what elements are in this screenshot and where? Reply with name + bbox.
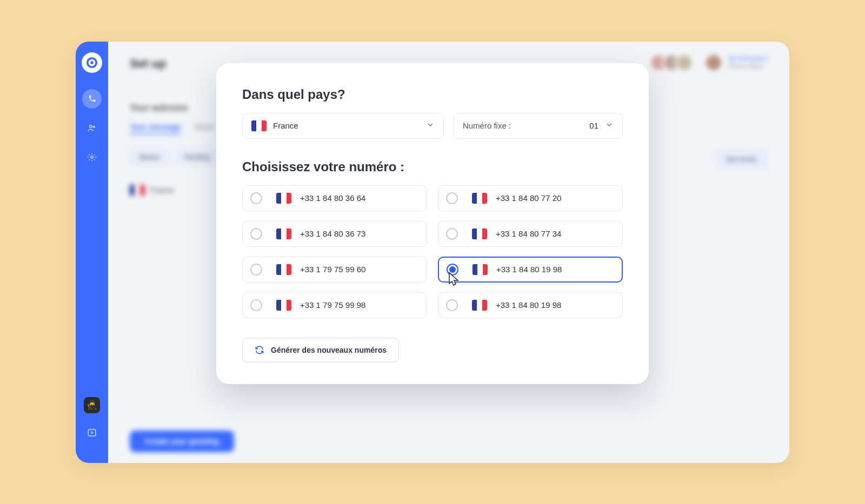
radio-icon	[446, 228, 458, 240]
radio-icon	[446, 299, 458, 311]
number-text: +33 1 84 80 36 73	[300, 229, 365, 238]
radio-icon	[446, 192, 458, 204]
numbers-grid: +33 1 84 80 36 64+33 1 84 80 77 20+33 1 …	[242, 185, 623, 318]
number-text: +33 1 84 80 77 20	[496, 193, 561, 203]
radio-icon	[250, 299, 262, 311]
france-flag-icon	[276, 193, 291, 204]
number-text: +33 1 84 80 36 64	[300, 193, 365, 203]
number-text: +33 1 84 80 19 98	[496, 265, 562, 274]
number-option[interactable]: +33 1 84 80 36 73	[242, 221, 427, 247]
app-window: 🥷 Set up My Workspace Phone Setup Your w…	[76, 42, 789, 463]
modal-overlay: Dans quel pays? France Numéro fixe : 01	[76, 42, 789, 463]
number-option[interactable]: +33 1 84 80 36 64	[242, 185, 427, 211]
france-flag-icon	[472, 300, 487, 311]
france-flag-icon	[472, 193, 487, 204]
number-selection-modal: Dans quel pays? France Numéro fixe : 01	[216, 63, 649, 384]
country-select[interactable]: France	[242, 113, 444, 139]
radio-icon	[250, 264, 262, 275]
regenerate-button[interactable]: Générer des nouveaux numéros	[242, 338, 399, 362]
refresh-icon	[255, 345, 264, 355]
number-option[interactable]: +33 1 79 75 99 60	[242, 257, 427, 283]
number-option[interactable]: +33 1 84 80 77 34	[438, 221, 623, 247]
country-value: France	[273, 121, 298, 130]
france-flag-icon	[472, 229, 487, 239]
chevron-down-icon	[426, 120, 435, 131]
number-type-value: 01	[589, 121, 598, 130]
radio-icon	[250, 228, 262, 240]
radio-icon	[447, 264, 458, 275]
country-heading: Dans quel pays?	[242, 87, 623, 102]
france-flag-icon	[276, 300, 291, 311]
france-flag-icon	[276, 264, 291, 275]
number-option[interactable]: +33 1 84 80 77 20	[438, 185, 623, 211]
france-flag-icon	[251, 120, 267, 131]
number-type-select[interactable]: Numéro fixe : 01	[454, 113, 623, 139]
number-text: +33 1 79 75 99 60	[300, 265, 365, 274]
number-option[interactable]: +33 1 79 75 99 98	[242, 292, 427, 318]
number-text: +33 1 84 80 77 34	[496, 229, 561, 238]
number-text: +33 1 84 80 19 98	[496, 300, 561, 310]
number-text: +33 1 79 75 99 98	[300, 300, 365, 310]
choose-heading: Choisissez votre numéro :	[242, 159, 623, 174]
number-option[interactable]: +33 1 84 80 19 98	[438, 257, 623, 283]
regenerate-label: Générer des nouveaux numéros	[271, 346, 387, 354]
chevron-down-icon	[605, 120, 614, 131]
number-type-label: Numéro fixe :	[463, 121, 511, 130]
number-option[interactable]: +33 1 84 80 19 98	[438, 292, 623, 318]
france-flag-icon	[276, 229, 291, 239]
france-flag-icon	[473, 264, 488, 275]
radio-icon	[250, 192, 262, 204]
